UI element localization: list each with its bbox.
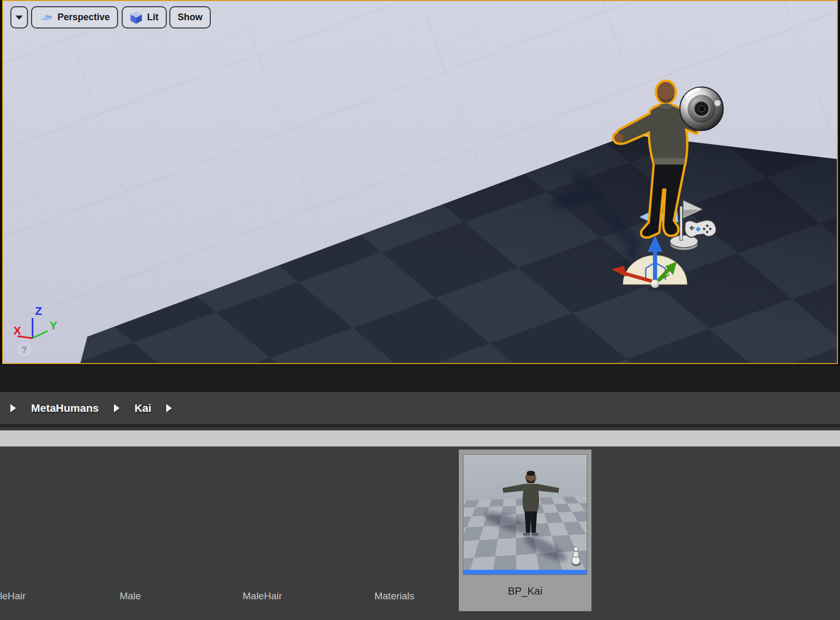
- horizontal-scrollbar[interactable]: [0, 430, 840, 446]
- breadcrumb: MetaHumans Kai: [0, 392, 840, 424]
- breadcrumb-arrow-icon[interactable]: [114, 404, 120, 412]
- lit-mode-button[interactable]: Lit: [122, 6, 167, 28]
- axis-z-label: Z: [35, 305, 42, 318]
- help-icon: ?: [18, 342, 31, 356]
- gizmo-origin-ball[interactable]: [651, 280, 659, 288]
- thumbnail-character: [500, 468, 562, 538]
- viewport-options-dropdown[interactable]: [10, 6, 28, 28]
- blueprint-type-color-bar: [464, 570, 587, 574]
- perspective-button[interactable]: Perspective: [31, 6, 118, 28]
- help-question-glyph: ?: [22, 345, 27, 355]
- unreal-editor-window: Z X Y ? Perspective: [0, 0, 840, 620]
- breadcrumb-arrow-icon[interactable]: [10, 404, 16, 412]
- show-label: Show: [178, 12, 202, 23]
- axis-orientation-widget: Z X Y: [13, 305, 57, 338]
- asset-label-bp-kai[interactable]: BP_Kai: [459, 585, 591, 597]
- viewport-scene: Z X Y ?: [3, 1, 837, 363]
- caret-down-icon: [16, 16, 23, 20]
- level-viewport[interactable]: Z X Y ? Perspective: [2, 0, 838, 364]
- folder-label-materials[interactable]: Materials: [338, 590, 451, 602]
- asset-tile-bp-kai[interactable]: BP_Kai: [459, 450, 591, 611]
- asset-thumbnail: [463, 454, 587, 575]
- axis-x-label: X: [13, 324, 21, 337]
- breadcrumb-item-metahumans[interactable]: MetaHumans: [31, 402, 99, 414]
- viewport-frame: Z X Y ? Perspective: [0, 0, 840, 365]
- panel-separator: [0, 365, 840, 392]
- checker-floor: [80, 135, 837, 363]
- perspective-label: Perspective: [57, 12, 110, 23]
- axis-y-label: Y: [50, 319, 57, 332]
- perspective-camera-icon: [39, 13, 53, 22]
- show-menu-button[interactable]: Show: [169, 6, 211, 28]
- breadcrumb-arrow-icon[interactable]: [166, 404, 172, 412]
- folder-label-malehair[interactable]: MaleHair: [206, 590, 318, 602]
- gamepad-icon[interactable]: [685, 220, 716, 237]
- blueprint-snowman-icon: [569, 546, 583, 566]
- lit-cube-icon: [130, 11, 142, 24]
- breadcrumb-item-kai[interactable]: Kai: [135, 402, 152, 414]
- lit-label: Lit: [147, 12, 158, 23]
- folder-label-femalehair[interactable]: leHair: [0, 590, 62, 602]
- audio-speaker-icon[interactable]: [680, 87, 723, 131]
- folder-label-male[interactable]: Male: [74, 590, 186, 602]
- viewport-scene-svg: Z X Y ?: [3, 1, 837, 363]
